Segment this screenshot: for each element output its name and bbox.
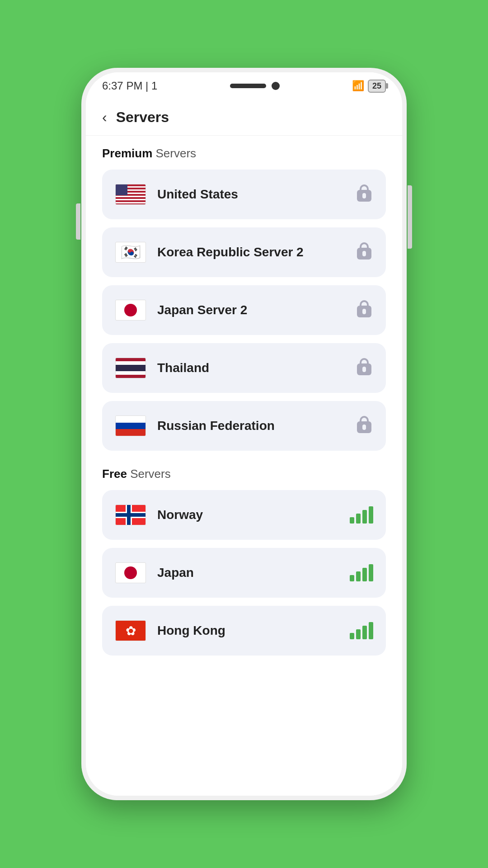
lock-keyhole-kr [362, 251, 366, 256]
signal-bar-2 [356, 571, 361, 581]
free-section-title: Free Servers [102, 467, 386, 481]
flag-no [115, 505, 146, 525]
flag-no-container [115, 504, 146, 526]
flag-kr-container: 🇰🇷 [115, 241, 146, 264]
lock-body-th [357, 363, 371, 375]
pill-bar [230, 84, 266, 88]
server-name-us: United States [157, 187, 355, 202]
japan-circle [124, 304, 137, 316]
flag-jp-container [115, 561, 146, 584]
th-stripe-1 [116, 358, 145, 361]
flag-us [115, 184, 146, 205]
flag-th-container [115, 357, 146, 379]
signal-bar-1 [350, 517, 354, 524]
lock-body-ru [357, 421, 371, 433]
lock-body-jp2 [357, 306, 371, 317]
back-button[interactable]: ‹ [102, 109, 107, 126]
signal-bar-3 [362, 510, 367, 524]
th-stripe-4 [116, 371, 145, 374]
signal-icon-jp [350, 564, 373, 581]
wifi-icon: 📶 [352, 80, 364, 92]
premium-bold: Premium [102, 146, 152, 160]
flag-hk: ✿ [115, 620, 146, 641]
signal-bar-1 [350, 633, 354, 639]
premium-section-title: Premium Servers [102, 146, 386, 160]
status-icons: 📶 25 [352, 80, 386, 93]
flag-jp [115, 562, 146, 583]
ru-stripe-1 [116, 416, 145, 423]
ru-stripe-2 [116, 423, 145, 429]
lock-icon-ru [355, 416, 373, 436]
lock-keyhole-th [362, 367, 366, 372]
th-stripe-2 [116, 361, 145, 364]
flag-ru [115, 415, 146, 436]
server-item-th[interactable]: Thailand [102, 343, 386, 393]
phone-screen: 6:37 PM | 1 📶 25 ‹ Servers Premium Serve… [86, 72, 402, 796]
signal-bar-2 [356, 629, 361, 639]
lock-keyhole-ru [362, 425, 366, 430]
no-cross-h-blue [116, 513, 145, 517]
flag-jp2-container [115, 299, 146, 321]
free-server-list: Norway Japan [102, 490, 386, 656]
status-bar: 6:37 PM | 1 📶 25 [86, 72, 402, 99]
app-header: ‹ Servers [86, 99, 402, 136]
lock-icon-th [355, 358, 373, 378]
server-item-no[interactable]: Norway [102, 490, 386, 540]
lock-icon-jp2 [355, 300, 373, 320]
flag-kr: 🇰🇷 [115, 242, 146, 263]
premium-server-list: United States 🇰🇷 Korea Republic Server 2 [102, 170, 386, 451]
premium-rest: Servers [152, 146, 196, 160]
server-item-kr[interactable]: 🇰🇷 Korea Republic Server 2 [102, 227, 386, 277]
camera-dot [272, 82, 280, 90]
battery-icon: 25 [368, 80, 386, 93]
server-item-jp[interactable]: Japan [102, 548, 386, 598]
server-name-jp: Japan [157, 566, 350, 580]
flag-th [115, 358, 146, 378]
lock-body-kr [357, 248, 371, 259]
flag-ru-container [115, 415, 146, 437]
phone-frame: 6:37 PM | 1 📶 25 ‹ Servers Premium Serve… [81, 68, 407, 800]
server-item-us[interactable]: United States [102, 170, 386, 219]
signal-icon-no [350, 506, 373, 524]
signal-bar-3 [362, 568, 367, 581]
server-name-th: Thailand [157, 361, 355, 375]
server-name-kr: Korea Republic Server 2 [157, 245, 355, 259]
flag-us-canton [116, 184, 127, 195]
server-item-ru[interactable]: Russian Federation [102, 401, 386, 451]
server-name-hk: Hong Kong [157, 623, 350, 638]
flag-hk-container: ✿ [115, 619, 146, 642]
free-rest: Servers [127, 467, 171, 481]
no-cross-v-blue [127, 505, 131, 525]
server-item-hk[interactable]: ✿ Hong Kong [102, 606, 386, 656]
signal-bar-4 [369, 622, 373, 639]
th-stripe-3 [116, 365, 145, 372]
lock-icon-kr [355, 242, 373, 262]
signal-icon-hk [350, 622, 373, 639]
status-time: 6:37 PM | 1 [102, 80, 157, 92]
server-name-no: Norway [157, 508, 350, 522]
flag-us-container [115, 183, 146, 206]
hk-flower: ✿ [126, 623, 136, 638]
signal-bar-4 [369, 564, 373, 581]
server-name-ru: Russian Federation [157, 419, 355, 433]
status-center [230, 82, 280, 90]
lock-keyhole-jp2 [362, 309, 366, 314]
flag-jp2 [115, 300, 146, 321]
signal-bar-4 [369, 506, 373, 524]
server-name-jp2: Japan Server 2 [157, 303, 355, 317]
lock-keyhole [362, 193, 366, 198]
th-stripe-5 [116, 375, 145, 378]
free-bold: Free [102, 467, 127, 481]
signal-bar-1 [350, 575, 354, 581]
server-item-jp2[interactable]: Japan Server 2 [102, 285, 386, 335]
ru-stripe-3 [116, 429, 145, 436]
japan-circle-free [124, 566, 137, 579]
lock-icon [355, 184, 373, 204]
signal-bar-3 [362, 626, 367, 639]
content-area: Premium Servers United States [86, 136, 402, 796]
page-title: Servers [116, 109, 169, 126]
lock-body [357, 190, 371, 202]
signal-bar-2 [356, 514, 361, 524]
